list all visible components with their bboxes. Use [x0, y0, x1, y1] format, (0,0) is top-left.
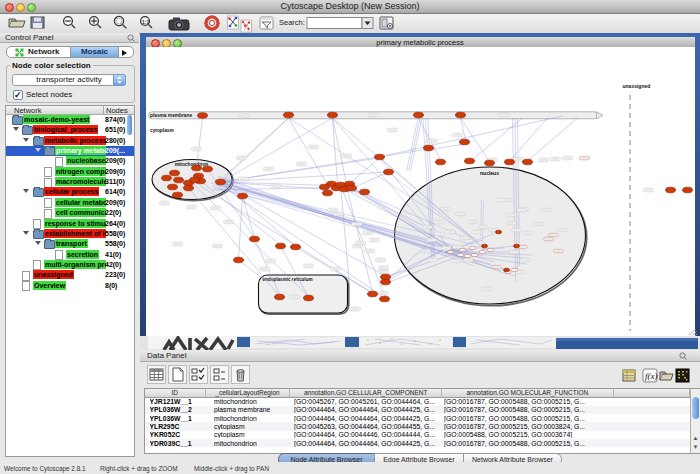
svg-text:1:1: 1:1 [142, 19, 149, 25]
svg-text:mitochondrion: mitochondrion [174, 162, 208, 167]
svg-text:nucleus: nucleus [480, 170, 499, 176]
svg-text:Search:: Search: [279, 18, 305, 27]
svg-text:cytoplasm: cytoplasm [150, 128, 174, 133]
svg-text:endoplasmic reticulum: endoplasmic reticulum [262, 277, 312, 282]
svg-text:plasma membrane: plasma membrane [150, 113, 192, 118]
svg-text:unassigned: unassigned [622, 83, 650, 89]
svg-text:f(x): f(x) [645, 371, 658, 381]
